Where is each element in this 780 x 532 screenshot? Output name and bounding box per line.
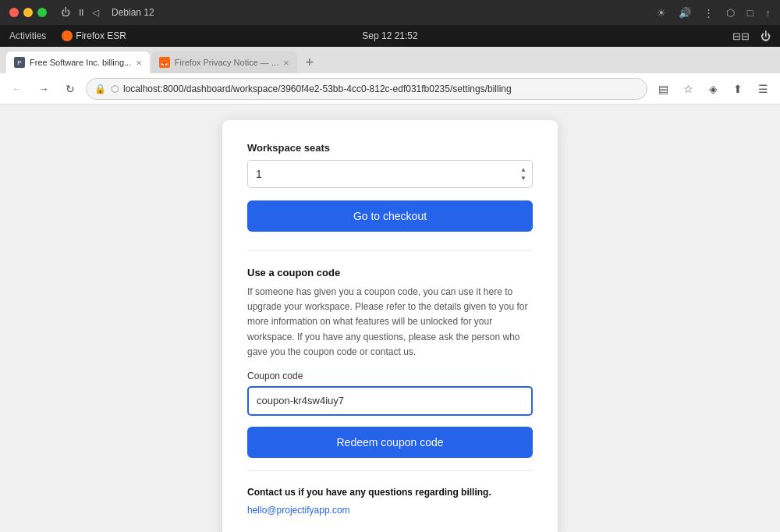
coupon-code-input[interactable] <box>247 386 533 416</box>
os-titlebar-right: ☀ 🔊 ⋮ ⬡ □ ↑ <box>657 7 771 19</box>
new-tab-button[interactable]: + <box>299 51 321 73</box>
pocket-button[interactable]: ◈ <box>702 78 724 100</box>
workspace-seats-label: Workspace seats <box>247 142 533 154</box>
navigation-bar: ← → ↻ 🔒 ⬡ localhost:8000/dashboard/works… <box>0 73 780 105</box>
seats-decrement-button[interactable]: ▼ <box>517 175 530 183</box>
network-icon: ⋮ <box>704 7 714 19</box>
tab-1-close-button[interactable]: × <box>136 57 142 69</box>
firefox-label: Firefox ESR <box>76 30 126 41</box>
upload-icon: ↑ <box>766 7 771 19</box>
reader-view-button[interactable]: ▤ <box>652 78 674 100</box>
power-status-icon: ⏻ <box>760 30 771 42</box>
firefox-menu-item: Firefox ESR <box>62 30 126 41</box>
reload-button[interactable]: ↻ <box>59 78 81 100</box>
tab-bar: P Free Software Inc. billing... × 🦊 Fire… <box>0 47 780 73</box>
menubar-right: ⊟⊟ ⏻ <box>732 30 771 42</box>
network-status-icon: ⊟⊟ <box>732 30 750 42</box>
pause-icon: ⏸ <box>76 7 86 18</box>
address-bar-url[interactable]: localhost:8000/dashboard/workspace/3960f… <box>123 83 512 94</box>
tab-2-close-button[interactable]: × <box>283 57 289 69</box>
battery-icon: □ <box>747 7 753 19</box>
firefox-logo-icon <box>62 30 73 41</box>
tab-1-billing[interactable]: P Free Software Inc. billing... × <box>6 51 150 73</box>
contact-text: Contact us if you have any questions reg… <box>247 487 533 498</box>
address-bar[interactable]: 🔒 ⬡ localhost:8000/dashboard/workspace/3… <box>86 78 647 100</box>
back-nav-button[interactable]: ← <box>6 78 28 100</box>
seats-increment-button[interactable]: ▲ <box>517 166 530 174</box>
coupon-title: Use a coupon code <box>247 267 533 278</box>
contact-section: Contact us if you have any questions reg… <box>247 470 533 516</box>
lock-icon: 🔒 <box>94 83 106 94</box>
os-titlebar: ⏻ ⏸ ◁ Debian 12 ☀ 🔊 ⋮ ⬡ □ ↑ <box>0 0 780 25</box>
bookmark-button[interactable]: ☆ <box>677 78 699 100</box>
forward-nav-button[interactable]: → <box>33 78 55 100</box>
browser-chrome: P Free Software Inc. billing... × 🦊 Fire… <box>0 47 780 105</box>
menubar-left: Activities Firefox ESR <box>9 30 126 41</box>
tab-2-favicon: 🦊 <box>159 57 170 68</box>
seats-spinners: ▲ ▼ <box>517 166 530 183</box>
coupon-section: Use a coupon code If someone has given y… <box>247 250 533 458</box>
share-button[interactable]: ⬆ <box>727 78 749 100</box>
redeem-coupon-button[interactable]: Redeem coupon code <box>247 427 533 458</box>
audio-icon: 🔊 <box>679 7 691 19</box>
bluetooth-icon: ⬡ <box>726 7 735 19</box>
menubar-time: Sep 12 21:52 <box>362 30 417 41</box>
traffic-lights <box>9 8 47 17</box>
contact-email-link[interactable]: hello@projectifyapp.com <box>247 505 350 516</box>
workspace-seats-input[interactable] <box>247 160 533 188</box>
activities-label[interactable]: Activities <box>9 30 46 41</box>
browser-viewport: Workspace seats ▲ ▼ Go to checkout Use a… <box>0 105 780 532</box>
back-icon: ◁ <box>92 7 99 18</box>
menu-button[interactable]: ☰ <box>752 78 774 100</box>
go-to-checkout-button[interactable]: Go to checkout <box>247 200 533 232</box>
power-icon: ⏻ <box>61 7 70 18</box>
tab-2-label: Firefox Privacy Notice — ... <box>175 58 278 67</box>
coupon-description: If someone has given you a coupon code, … <box>247 285 533 360</box>
billing-card: Workspace seats ▲ ▼ Go to checkout Use a… <box>222 120 558 532</box>
nav-bar-right: ▤ ☆ ◈ ⬆ ☰ <box>652 78 774 100</box>
tab-1-favicon: P <box>14 57 25 68</box>
maximize-button[interactable] <box>37 8 47 17</box>
tab-2-privacy[interactable]: 🦊 Firefox Privacy Notice — ... × <box>151 51 297 73</box>
tab-1-label: Free Software Inc. billing... <box>30 58 131 67</box>
workspace-seats-wrapper: ▲ ▼ <box>247 160 533 188</box>
minimize-button[interactable] <box>23 8 33 17</box>
os-title: Debian 12 <box>112 7 154 18</box>
address-bar-scheme: ⬡ <box>111 83 119 94</box>
brightness-icon: ☀ <box>657 7 666 19</box>
os-menubar: Activities Firefox ESR Sep 12 21:52 ⊟⊟ ⏻ <box>0 25 780 47</box>
close-button[interactable] <box>9 8 19 17</box>
coupon-code-label: Coupon code <box>247 371 533 381</box>
